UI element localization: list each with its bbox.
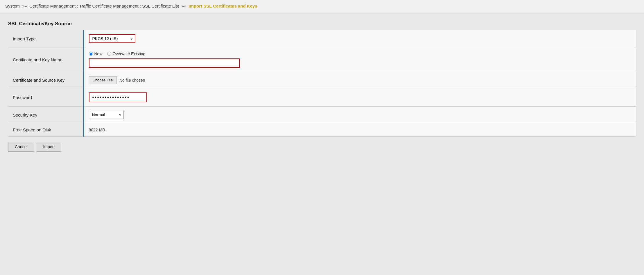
key-security-select[interactable]: Normal High [89,111,124,119]
password-row: Password [8,88,636,107]
no-file-text: No file chosen [119,78,145,83]
cancel-button[interactable]: Cancel [8,142,34,152]
cert-key-name-label: Certificate and Key Name [8,47,84,72]
cert-key-name-row: Certificate and Key Name New Overwrite E… [8,47,636,72]
free-space-value: 8022 MB [89,128,105,132]
cert-key-source-label: Certificate and Source Key [8,72,84,88]
import-type-select[interactable]: PKCS 12 (IIS) Regular PKCS 7 [89,34,135,43]
radio-overwrite-label[interactable]: Overwrite Existing [107,51,146,56]
password-input[interactable] [89,92,147,102]
password-cell [84,88,636,107]
radio-new-label[interactable]: New [89,51,103,56]
form-table: Import Type PKCS 12 (IIS) Regular PKCS 7… [8,30,636,137]
free-space-row: Free Space on Disk 8022 MB [8,123,636,137]
import-type-label: Import Type [8,30,84,47]
key-security-label: Security Key [8,107,84,123]
breadcrumb: System »» Certificate Management : Traff… [0,0,644,12]
import-button[interactable]: Import [37,142,62,152]
breadcrumb-sep-1: »» [22,3,28,8]
radio-new[interactable] [89,52,93,56]
cert-key-source-cell: Choose File No file chosen [84,72,636,88]
import-type-cell: PKCS 12 (IIS) Regular PKCS 7 [84,30,636,47]
breadcrumb-sep-2: »» [181,3,187,8]
password-label: Password [8,88,84,107]
file-input-area: Choose File No file chosen [89,76,632,84]
free-space-cell: 8022 MB [84,123,636,137]
breadcrumb-current: Import SSL Certificates and Keys [189,3,257,8]
cert-key-name-cell: New Overwrite Existing Contoso_SAML_Cert [84,47,636,72]
breadcrumb-system[interactable]: System [5,3,20,8]
radio-new-text: New [94,51,103,56]
radio-group: New Overwrite Existing [89,51,632,56]
key-security-select-wrapper: Normal High [89,111,124,119]
breadcrumb-middle[interactable]: Certificate Management : Traffic Certifi… [29,3,179,8]
import-type-select-wrapper: PKCS 12 (IIS) Regular PKCS 7 [89,34,135,43]
radio-overwrite-text: Overwrite Existing [113,51,146,56]
cert-key-name-input[interactable]: Contoso_SAML_Cert [89,58,240,68]
free-space-label: Free Space on Disk [8,123,84,137]
key-security-row: Security Key Normal High [8,107,636,123]
radio-overwrite[interactable] [107,52,111,56]
key-security-cell: Normal High [84,107,636,123]
section-title: SSL Certificate/Key Source [8,21,636,27]
import-type-row: Import Type PKCS 12 (IIS) Regular PKCS 7 [8,30,636,47]
button-row: Cancel Import [8,142,636,152]
cert-key-source-row: Certificate and Source Key Choose File N… [8,72,636,88]
main-content: SSL Certificate/Key Source Import Type P… [0,12,644,158]
choose-file-button[interactable]: Choose File [89,76,116,84]
